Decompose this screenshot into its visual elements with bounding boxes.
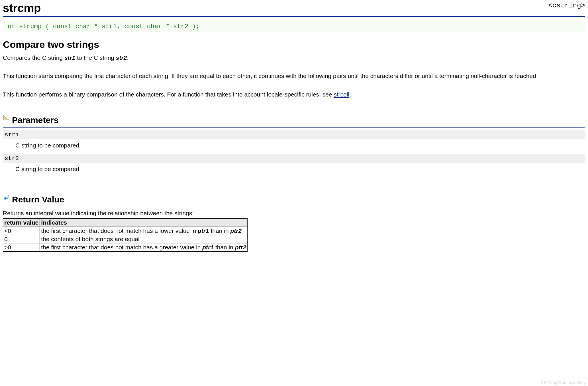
description-paragraph-1: Compares the C string str1 to the C stri… xyxy=(3,54,585,62)
return-indicates-cell: the first character that does not match … xyxy=(40,243,248,252)
table-row: >0 the first character that does not mat… xyxy=(3,243,248,252)
return-value-cell: 0 xyxy=(3,235,40,243)
description-paragraph-3: This function performs a binary comparis… xyxy=(3,90,585,99)
short-description-heading: Compare two strings xyxy=(3,39,585,50)
function-signature: int strcmp ( const char * str1, const ch… xyxy=(3,21,585,32)
return-indicates-cell: the contents of both strings are equal xyxy=(40,235,248,243)
parameter-item: str2 C string to be compared. xyxy=(3,154,585,178)
description-text: . xyxy=(349,91,351,98)
return-arrow-icon xyxy=(3,194,9,200)
description-text: to the C string xyxy=(75,54,116,61)
page-header: strcmp <cstring> xyxy=(3,2,585,15)
section-parameters-header: Parameters xyxy=(3,108,585,126)
link-strcoll[interactable]: strcoll xyxy=(334,91,349,98)
param-ref: ptr1 xyxy=(202,244,214,251)
parameter-description: C string to be compared. xyxy=(3,163,585,178)
section-divider xyxy=(3,127,585,128)
cell-text: the first character that does not match … xyxy=(41,244,202,251)
param-ref-str2: str2 xyxy=(116,54,127,61)
description-text: This function performs a binary comparis… xyxy=(3,91,334,98)
section-title-parameters: Parameters xyxy=(12,115,58,125)
param-ref: ptr2 xyxy=(230,227,242,234)
header-include: <cstring> xyxy=(548,2,585,9)
table-header-indicates: indicates xyxy=(40,219,248,227)
description-text: Compares the C string xyxy=(3,54,64,61)
description-text: . xyxy=(127,54,128,61)
header-divider xyxy=(3,16,585,17)
cell-text: than in xyxy=(214,244,235,251)
table-header-row: return value indicates xyxy=(3,219,248,227)
return-value-table: return value indicates <0 the first char… xyxy=(3,218,248,252)
function-name: strcmp xyxy=(3,2,41,15)
table-header-return-value: return value xyxy=(3,219,40,227)
param-ref: ptr2 xyxy=(235,244,246,251)
parameter-name: str1 xyxy=(3,130,585,139)
cell-text: the contents of both strings are equal xyxy=(41,236,140,242)
description-paragraph-2: This function starts comparing the first… xyxy=(3,72,585,80)
cell-text: than in xyxy=(209,227,230,234)
section-divider xyxy=(3,207,585,207)
param-ref-str1: str1 xyxy=(64,54,75,61)
table-row: 0 the contents of both strings are equal xyxy=(3,235,248,243)
return-value-cell: <0 xyxy=(3,227,40,235)
param-ref: ptr1 xyxy=(198,227,209,234)
parameter-name: str2 xyxy=(3,154,585,163)
table-row: <0 the first character that does not mat… xyxy=(3,227,248,235)
section-return-header: Return Value xyxy=(3,188,585,206)
return-description: Returns an integral value indicating the… xyxy=(3,210,585,217)
cell-text: the first character that does not match … xyxy=(41,227,198,234)
parameter-item: str1 C string to be compared. xyxy=(3,130,585,154)
return-indicates-cell: the first character that does not match … xyxy=(40,227,248,235)
parameter-description: C string to be compared. xyxy=(3,139,585,154)
return-value-cell: >0 xyxy=(3,243,40,252)
ruler-icon xyxy=(3,114,9,120)
section-title-return: Return Value xyxy=(12,195,64,204)
